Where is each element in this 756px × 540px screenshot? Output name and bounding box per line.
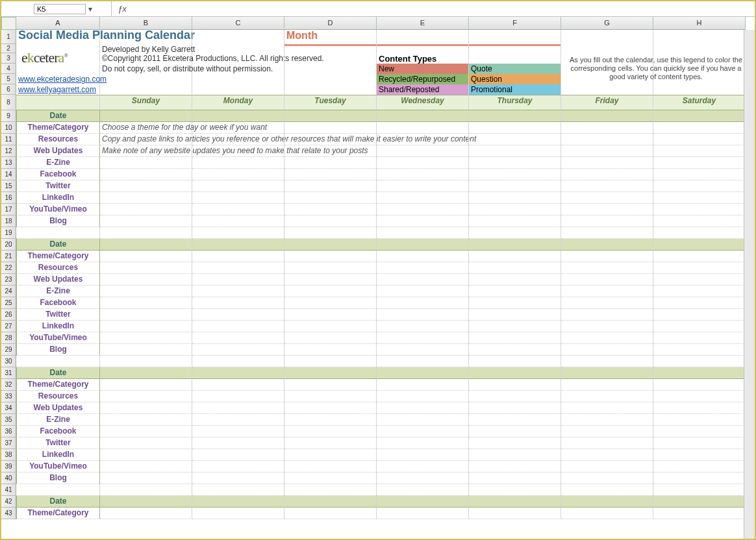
cell[interactable] (284, 64, 377, 74)
cell[interactable] (100, 157, 192, 169)
cell[interactable] (561, 321, 653, 332)
row-header-4[interactable]: 4 (1, 64, 16, 74)
row-header-31[interactable]: 31 (1, 367, 16, 379)
cell[interactable] (377, 180, 469, 192)
cell[interactable] (100, 251, 192, 262)
cell[interactable] (653, 484, 746, 496)
cell[interactable] (100, 379, 192, 391)
cell[interactable] (192, 180, 284, 192)
cell[interactable] (561, 192, 653, 204)
row-header-24[interactable]: 24 (1, 286, 16, 297)
cell[interactable] (561, 391, 653, 402)
cell[interactable] (100, 215, 192, 227)
cell[interactable] (469, 461, 561, 472)
row-header-39[interactable]: 39 (1, 461, 16, 472)
cell[interactable] (561, 180, 653, 192)
cell[interactable] (377, 309, 469, 321)
cell[interactable] (653, 496, 746, 508)
cell[interactable] (653, 402, 746, 414)
cell[interactable] (561, 30, 653, 44)
cell[interactable] (561, 508, 653, 519)
cell[interactable] (653, 30, 746, 44)
cell[interactable] (100, 402, 192, 414)
cell[interactable] (561, 449, 653, 461)
cell[interactable] (377, 508, 469, 519)
cell[interactable] (100, 321, 192, 332)
cell[interactable] (192, 64, 284, 74)
cell[interactable] (284, 414, 377, 426)
cell[interactable] (469, 484, 561, 496)
cell[interactable] (653, 309, 746, 321)
cell[interactable] (377, 402, 469, 414)
cell[interactable] (192, 496, 284, 508)
cell[interactable] (192, 215, 284, 227)
cell[interactable] (653, 215, 746, 227)
cell[interactable] (469, 496, 561, 508)
cell[interactable] (100, 180, 192, 192)
cell[interactable] (469, 391, 561, 402)
row-header-37[interactable]: 37 (1, 437, 16, 449)
cell[interactable] (469, 145, 561, 157)
cell[interactable] (100, 110, 192, 122)
cell[interactable] (284, 379, 377, 391)
cell[interactable] (377, 204, 469, 215)
cell[interactable]: Choose a theme for the day or week if yo… (100, 122, 192, 134)
col-header-E[interactable]: E (377, 17, 469, 30)
cell[interactable] (561, 379, 653, 391)
cell[interactable] (192, 356, 284, 367)
cell[interactable] (192, 169, 284, 180)
row-header-28[interactable]: 28 (1, 332, 16, 344)
cell[interactable] (192, 30, 284, 44)
cell[interactable] (100, 297, 192, 309)
row-header-14[interactable]: 14 (1, 169, 16, 180)
cell[interactable] (192, 262, 284, 274)
cell[interactable] (377, 134, 469, 145)
cell[interactable] (469, 227, 561, 239)
cell[interactable] (100, 262, 192, 274)
cell[interactable] (100, 484, 192, 496)
cell[interactable] (377, 367, 469, 379)
cell[interactable] (100, 204, 192, 215)
link-ekcetera[interactable]: www.ekceteradesign.com (16, 74, 100, 84)
cell[interactable] (284, 169, 377, 180)
cell[interactable] (561, 227, 653, 239)
cell[interactable] (377, 227, 469, 239)
cell[interactable] (469, 344, 561, 356)
col-header-F[interactable]: F (469, 17, 561, 30)
col-header-G[interactable]: G (561, 17, 653, 30)
cell[interactable] (377, 461, 469, 472)
col-header-A[interactable]: A (16, 17, 100, 30)
cell[interactable] (469, 274, 561, 286)
cell[interactable] (561, 215, 653, 227)
cell[interactable] (377, 239, 469, 251)
cell[interactable] (561, 169, 653, 180)
col-header-B[interactable]: B (100, 17, 192, 30)
cell[interactable] (653, 227, 746, 239)
cell[interactable] (561, 251, 653, 262)
cell[interactable] (192, 461, 284, 472)
row-header-23[interactable]: 23 (1, 274, 16, 286)
cell[interactable] (284, 204, 377, 215)
cell[interactable] (284, 145, 377, 157)
cell[interactable] (377, 426, 469, 437)
cell[interactable] (653, 84, 746, 95)
row-header-36[interactable]: 36 (1, 426, 16, 437)
cell[interactable] (100, 344, 192, 356)
cell[interactable] (192, 379, 284, 391)
cell[interactable] (653, 145, 746, 157)
cell[interactable] (192, 414, 284, 426)
cell[interactable] (469, 309, 561, 321)
cell[interactable] (377, 157, 469, 169)
cell[interactable] (653, 379, 746, 391)
cell[interactable] (377, 332, 469, 344)
cell[interactable] (100, 437, 192, 449)
cell[interactable] (192, 484, 284, 496)
cell[interactable] (192, 391, 284, 402)
cell[interactable] (653, 297, 746, 309)
fx-icon[interactable]: ƒx (116, 3, 129, 15)
cell[interactable] (561, 437, 653, 449)
scrollbar-vertical[interactable] (744, 30, 755, 539)
cell[interactable] (561, 461, 653, 472)
cell[interactable] (284, 215, 377, 227)
row-header-33[interactable]: 33 (1, 391, 16, 402)
